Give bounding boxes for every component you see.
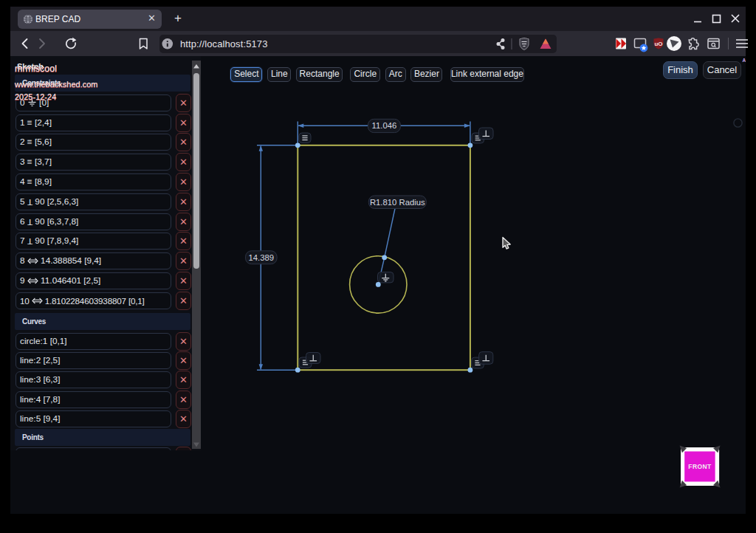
svg-text:R1.810 Radius: R1.810 Radius — [370, 198, 425, 207]
svg-text:14.389: 14.389 — [249, 253, 275, 262]
svg-text:11.046: 11.046 — [372, 121, 397, 130]
svg-text:FRONT: FRONT — [688, 463, 712, 470]
svg-text:uO: uO — [654, 41, 662, 47]
